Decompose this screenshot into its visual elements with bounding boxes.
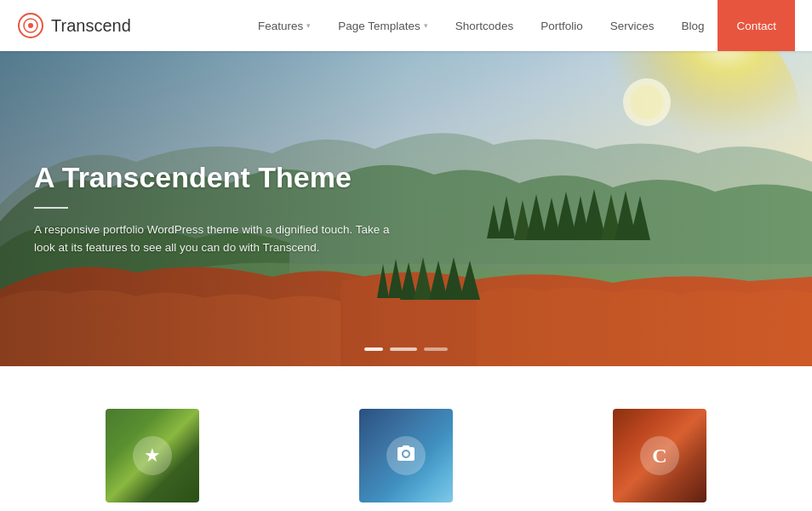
- customizable-icon: C: [652, 445, 666, 468]
- chevron-down-icon: ▾: [306, 21, 311, 30]
- nav-shortcodes[interactable]: Shortcodes: [442, 0, 527, 51]
- feature-icon-wrap-1: ★: [133, 436, 172, 475]
- nav-page-templates[interactable]: Page Templates ▾: [324, 0, 442, 51]
- feature-image-1: ★: [106, 409, 199, 502]
- hero-content: A Transcendent Theme A responsive portfo…: [34, 160, 392, 257]
- feature-item-1: ★ Beautifully Designed Sed ut perspiciat…: [42, 409, 263, 511]
- nav-blog[interactable]: Blog: [667, 0, 718, 51]
- slider-dot-1[interactable]: [364, 347, 383, 351]
- hero-title-divider: [34, 207, 68, 209]
- brand-logo-icon: [17, 12, 44, 39]
- feature-icon-wrap-2: [386, 436, 426, 475]
- hero-slider-dots: [364, 347, 448, 351]
- hero-subtitle: A responsive portfolio WordPress theme w…: [34, 221, 392, 257]
- camera-icon: [396, 443, 416, 468]
- feature-item-3: C Flexible & Customizable Sed ut perspic…: [549, 409, 770, 511]
- slider-dot-3[interactable]: [424, 347, 448, 351]
- features-section: ★ Beautifully Designed Sed ut perspiciat…: [0, 366, 812, 511]
- feature-item-2: Clean And Modern Sed ut perspiciatis und…: [295, 409, 517, 511]
- navbar: Transcend Features ▾ Page Templates ▾ Sh…: [0, 0, 812, 51]
- slider-dot-2[interactable]: [390, 347, 417, 351]
- hero-title: A Transcendent Theme: [34, 160, 392, 195]
- nav-contact[interactable]: Contact: [718, 0, 795, 51]
- chevron-down-icon: ▾: [424, 21, 428, 30]
- feature-image-3: C: [613, 409, 706, 502]
- brand-logo-link[interactable]: Transcend: [17, 12, 131, 39]
- feature-image-2: [359, 409, 453, 502]
- nav-features[interactable]: Features ▾: [244, 0, 324, 51]
- nav-services[interactable]: Services: [597, 0, 668, 51]
- svg-point-2: [28, 23, 33, 28]
- hero-section: A Transcendent Theme A responsive portfo…: [0, 51, 812, 366]
- nav-links: Features ▾ Page Templates ▾ Shortcodes P…: [244, 0, 795, 51]
- feature-icon-wrap-3: C: [640, 436, 679, 475]
- nav-portfolio[interactable]: Portfolio: [527, 0, 597, 51]
- star-icon: ★: [144, 445, 161, 467]
- brand-name: Transcend: [51, 16, 131, 36]
